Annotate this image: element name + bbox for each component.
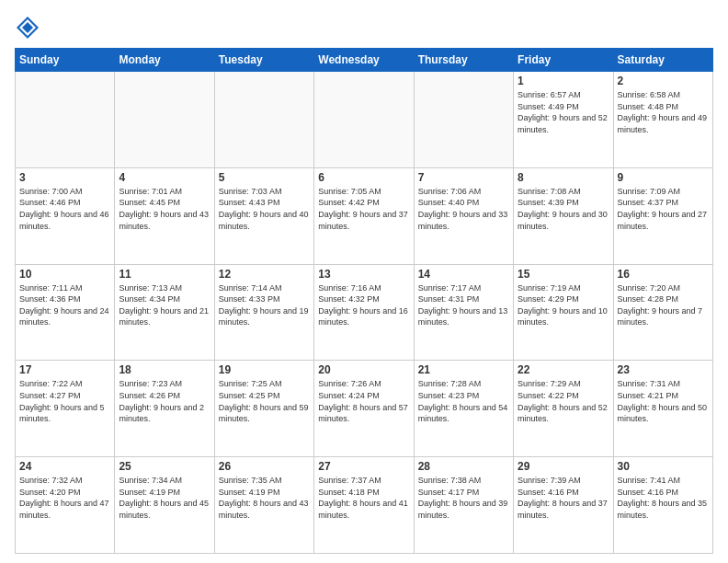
calendar-cell: 6Sunrise: 7:05 AM Sunset: 4:42 PM Daylig… [314, 167, 414, 264]
day-number: 26 [219, 460, 310, 473]
day-number: 15 [518, 268, 609, 281]
day-info: Sunrise: 7:34 AM Sunset: 4:19 PM Dayligh… [119, 475, 210, 521]
day-info: Sunrise: 7:11 AM Sunset: 4:36 PM Dayligh… [19, 282, 110, 328]
day-info: Sunrise: 7:31 AM Sunset: 4:21 PM Dayligh… [618, 378, 709, 424]
calendar-week-4: 17Sunrise: 7:22 AM Sunset: 4:27 PM Dayli… [16, 361, 713, 457]
day-number: 16 [618, 268, 709, 281]
day-number: 27 [318, 460, 409, 473]
calendar-week-2: 3Sunrise: 7:00 AM Sunset: 4:46 PM Daylig… [16, 167, 713, 264]
day-number: 8 [518, 171, 609, 184]
calendar-cell [414, 72, 513, 168]
day-info: Sunrise: 7:01 AM Sunset: 4:45 PM Dayligh… [119, 186, 210, 232]
weekday-header-saturday: Saturday [613, 49, 712, 72]
day-info: Sunrise: 7:38 AM Sunset: 4:17 PM Dayligh… [418, 475, 509, 521]
calendar-cell [115, 72, 214, 168]
day-number: 5 [219, 171, 310, 184]
day-number: 22 [518, 363, 609, 376]
weekday-header-wednesday: Wednesday [314, 49, 414, 72]
calendar-cell: 7Sunrise: 7:06 AM Sunset: 4:40 PM Daylig… [414, 167, 513, 264]
day-number: 1 [518, 75, 609, 87]
calendar-week-5: 24Sunrise: 7:32 AM Sunset: 4:20 PM Dayli… [16, 457, 713, 554]
calendar-cell: 29Sunrise: 7:39 AM Sunset: 4:16 PM Dayli… [514, 457, 613, 554]
calendar-cell: 16Sunrise: 7:20 AM Sunset: 4:28 PM Dayli… [613, 264, 712, 361]
calendar-cell: 11Sunrise: 7:13 AM Sunset: 4:34 PM Dayli… [115, 264, 214, 361]
day-number: 23 [618, 363, 709, 376]
weekday-header-sunday: Sunday [16, 49, 115, 72]
calendar-cell: 17Sunrise: 7:22 AM Sunset: 4:27 PM Dayli… [16, 361, 115, 457]
day-number: 7 [418, 171, 509, 184]
calendar-cell: 10Sunrise: 7:11 AM Sunset: 4:36 PM Dayli… [16, 264, 115, 361]
weekday-header-tuesday: Tuesday [214, 49, 313, 72]
calendar-cell: 15Sunrise: 7:19 AM Sunset: 4:29 PM Dayli… [514, 264, 613, 361]
day-info: Sunrise: 7:08 AM Sunset: 4:39 PM Dayligh… [518, 186, 609, 232]
calendar-cell: 12Sunrise: 7:14 AM Sunset: 4:33 PM Dayli… [214, 264, 313, 361]
day-number: 19 [219, 363, 310, 376]
day-info: Sunrise: 7:26 AM Sunset: 4:24 PM Dayligh… [318, 378, 409, 424]
day-number: 18 [119, 363, 210, 376]
calendar-cell: 21Sunrise: 7:28 AM Sunset: 4:23 PM Dayli… [414, 361, 513, 457]
day-number: 4 [119, 171, 210, 184]
day-number: 3 [19, 171, 110, 184]
day-info: Sunrise: 7:23 AM Sunset: 4:26 PM Dayligh… [119, 378, 210, 424]
calendar-table: SundayMondayTuesdayWednesdayThursdayFrid… [15, 48, 713, 554]
day-info: Sunrise: 7:13 AM Sunset: 4:34 PM Dayligh… [119, 282, 210, 328]
calendar-cell: 1Sunrise: 6:57 AM Sunset: 4:49 PM Daylig… [514, 72, 613, 168]
calendar-cell: 14Sunrise: 7:17 AM Sunset: 4:31 PM Dayli… [414, 264, 513, 361]
day-number: 25 [119, 460, 210, 473]
calendar-cell: 8Sunrise: 7:08 AM Sunset: 4:39 PM Daylig… [514, 167, 613, 264]
calendar-cell: 27Sunrise: 7:37 AM Sunset: 4:18 PM Dayli… [314, 457, 414, 554]
day-number: 13 [318, 268, 409, 281]
calendar-cell: 30Sunrise: 7:41 AM Sunset: 4:16 PM Dayli… [613, 457, 712, 554]
day-number: 20 [318, 363, 409, 376]
calendar-cell: 18Sunrise: 7:23 AM Sunset: 4:26 PM Dayli… [115, 361, 214, 457]
weekday-header-friday: Friday [514, 49, 613, 72]
day-number: 17 [19, 363, 110, 376]
day-info: Sunrise: 7:14 AM Sunset: 4:33 PM Dayligh… [219, 282, 310, 328]
header [15, 15, 713, 40]
calendar-cell: 28Sunrise: 7:38 AM Sunset: 4:17 PM Dayli… [414, 457, 513, 554]
calendar-cell: 25Sunrise: 7:34 AM Sunset: 4:19 PM Dayli… [115, 457, 214, 554]
calendar-week-3: 10Sunrise: 7:11 AM Sunset: 4:36 PM Dayli… [16, 264, 713, 361]
day-number: 30 [618, 460, 709, 473]
day-number: 29 [518, 460, 609, 473]
day-info: Sunrise: 6:58 AM Sunset: 4:48 PM Dayligh… [618, 89, 709, 135]
logo [15, 15, 44, 40]
day-number: 6 [318, 171, 409, 184]
logo-icon [15, 15, 40, 40]
day-number: 28 [418, 460, 509, 473]
calendar-cell: 5Sunrise: 7:03 AM Sunset: 4:43 PM Daylig… [214, 167, 313, 264]
calendar-cell: 22Sunrise: 7:29 AM Sunset: 4:22 PM Dayli… [514, 361, 613, 457]
calendar-cell: 24Sunrise: 7:32 AM Sunset: 4:20 PM Dayli… [16, 457, 115, 554]
day-info: Sunrise: 7:20 AM Sunset: 4:28 PM Dayligh… [618, 282, 709, 328]
calendar-cell: 20Sunrise: 7:26 AM Sunset: 4:24 PM Dayli… [314, 361, 414, 457]
calendar-cell: 26Sunrise: 7:35 AM Sunset: 4:19 PM Dayli… [214, 457, 313, 554]
day-number: 10 [19, 268, 110, 281]
calendar-week-1: 1Sunrise: 6:57 AM Sunset: 4:49 PM Daylig… [16, 72, 713, 168]
day-number: 24 [19, 460, 110, 473]
day-info: Sunrise: 7:05 AM Sunset: 4:42 PM Dayligh… [318, 186, 409, 232]
weekday-header-row: SundayMondayTuesdayWednesdayThursdayFrid… [16, 49, 713, 72]
weekday-header-monday: Monday [115, 49, 214, 72]
day-number: 11 [119, 268, 210, 281]
day-info: Sunrise: 7:06 AM Sunset: 4:40 PM Dayligh… [418, 186, 509, 232]
day-info: Sunrise: 7:16 AM Sunset: 4:32 PM Dayligh… [318, 282, 409, 328]
weekday-header-thursday: Thursday [414, 49, 513, 72]
calendar-cell: 23Sunrise: 7:31 AM Sunset: 4:21 PM Dayli… [613, 361, 712, 457]
day-number: 21 [418, 363, 509, 376]
calendar-cell: 9Sunrise: 7:09 AM Sunset: 4:37 PM Daylig… [613, 167, 712, 264]
calendar-cell: 4Sunrise: 7:01 AM Sunset: 4:45 PM Daylig… [115, 167, 214, 264]
calendar-cell: 13Sunrise: 7:16 AM Sunset: 4:32 PM Dayli… [314, 264, 414, 361]
calendar-cell [16, 72, 115, 168]
day-info: Sunrise: 7:17 AM Sunset: 4:31 PM Dayligh… [418, 282, 509, 328]
day-info: Sunrise: 7:37 AM Sunset: 4:18 PM Dayligh… [318, 475, 409, 521]
day-info: Sunrise: 7:09 AM Sunset: 4:37 PM Dayligh… [618, 186, 709, 232]
calendar-cell: 3Sunrise: 7:00 AM Sunset: 4:46 PM Daylig… [16, 167, 115, 264]
day-number: 2 [618, 75, 709, 87]
day-info: Sunrise: 6:57 AM Sunset: 4:49 PM Dayligh… [518, 89, 609, 135]
day-info: Sunrise: 7:03 AM Sunset: 4:43 PM Dayligh… [219, 186, 310, 232]
calendar-cell [314, 72, 414, 168]
day-info: Sunrise: 7:39 AM Sunset: 4:16 PM Dayligh… [518, 475, 609, 521]
day-number: 12 [219, 268, 310, 281]
page: SundayMondayTuesdayWednesdayThursdayFrid… [0, 0, 728, 563]
day-info: Sunrise: 7:35 AM Sunset: 4:19 PM Dayligh… [219, 475, 310, 521]
